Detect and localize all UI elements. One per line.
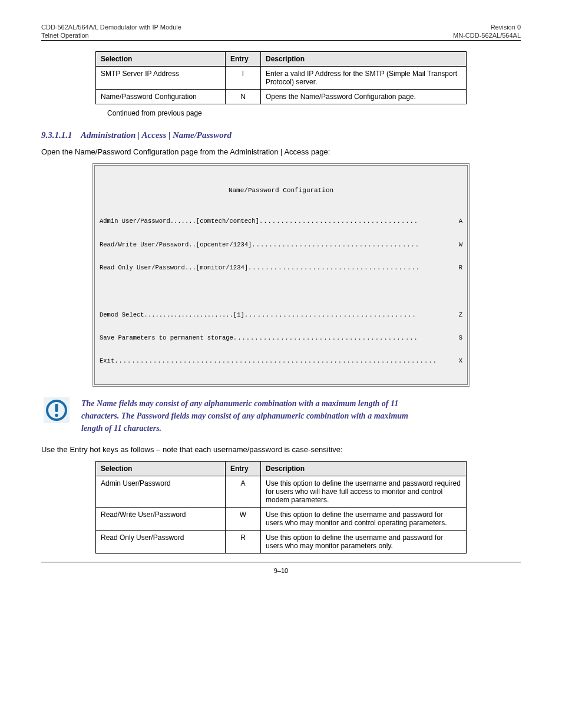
table-name-password: Selection Entry Description Admin User/P… bbox=[95, 461, 467, 554]
table2-intro: Use the Entry hot keys as follows – note… bbox=[41, 445, 521, 454]
cell-description: Use this option to define the username a… bbox=[261, 476, 467, 507]
terminal-line-key: Z bbox=[459, 311, 462, 319]
table-row: Admin User/Password A Use this option to… bbox=[96, 476, 467, 507]
table-row: Read/Write User/Password W Use this opti… bbox=[96, 507, 467, 530]
terminal-line: Save Parameters to permanent storage....… bbox=[100, 334, 462, 342]
terminal-line: Read Only User/Password...[monitor/1234]… bbox=[100, 264, 462, 272]
terminal-line-left: Admin User/Password.......[comtech/comte… bbox=[100, 218, 259, 225]
cell-selection: Admin User/Password bbox=[96, 476, 226, 507]
terminal-line-left: Save Parameters to permanent storage bbox=[100, 334, 233, 342]
cell-description: Use this option to define the username a… bbox=[261, 530, 467, 553]
cell-selection: Read/Write User/Password bbox=[96, 507, 226, 530]
section-intro: Open the Name/Password Configuration pag… bbox=[41, 147, 521, 156]
terminal-line-left: Read/Write User/Password..[opcenter/1234… bbox=[100, 241, 252, 249]
table-row: Read Only User/Password R Use this optio… bbox=[96, 530, 467, 553]
warning-callout: The Name fields may consist of any alpha… bbox=[41, 397, 521, 434]
terminal-line: Exit....................................… bbox=[100, 357, 462, 365]
page-header-row1: CDD-562AL/564A/L Demodulator with IP Mod… bbox=[41, 24, 521, 31]
header-right-line2: MN-CDD-562AL/564AL bbox=[453, 32, 521, 39]
terminal-line-key: A bbox=[459, 218, 462, 225]
page-header-row2: Telnet Operation MN-CDD-562AL/564AL bbox=[41, 32, 521, 39]
terminal-title: Name/Password Configuration bbox=[100, 187, 462, 195]
terminal-line-key: R bbox=[459, 264, 462, 272]
terminal-blank-line bbox=[100, 287, 462, 295]
header-right-line1: Revision 0 bbox=[491, 24, 521, 31]
terminal-screenshot: Name/Password Configuration Admin User/P… bbox=[92, 163, 470, 387]
cell-entry: W bbox=[226, 507, 261, 530]
section-title: Administration | Access | Name/Password bbox=[81, 130, 232, 140]
svg-rect-1 bbox=[55, 404, 58, 412]
col-entry-header: Entry bbox=[226, 461, 261, 476]
terminal-line: Demod Select........................[1].… bbox=[100, 311, 462, 319]
svg-point-2 bbox=[55, 413, 58, 417]
col-selection-header: Selection bbox=[96, 461, 226, 476]
terminal-line-key: W bbox=[459, 241, 462, 249]
cell-entry: I bbox=[226, 67, 261, 90]
table-row: Name/Password Configuration N Opens the … bbox=[96, 90, 467, 104]
col-description-header: Description bbox=[261, 52, 467, 67]
terminal-line-key: X bbox=[459, 357, 462, 365]
cell-entry: N bbox=[226, 90, 261, 104]
table-row: SMTP Server IP Address I Enter a valid I… bbox=[96, 67, 467, 90]
cell-description: Enter a valid IP Address for the SMTP (S… bbox=[261, 67, 467, 90]
header-left-line2: Telnet Operation bbox=[41, 32, 89, 39]
header-left-line1: CDD-562AL/564A/L Demodulator with IP Mod… bbox=[41, 24, 181, 31]
cell-selection: Name/Password Configuration bbox=[96, 90, 226, 104]
footer-divider bbox=[41, 562, 521, 562]
col-selection-header: Selection bbox=[96, 52, 226, 67]
section-heading: 9.3.1.1.1 Administration | Access | Name… bbox=[41, 130, 521, 140]
terminal-line: Read/Write User/Password..[opcenter/1234… bbox=[100, 241, 462, 249]
section-number: 9.3.1.1.1 bbox=[41, 130, 72, 140]
cell-description: Opens the Name/Password Configuration pa… bbox=[261, 90, 467, 104]
terminal-line-key: S bbox=[459, 334, 462, 342]
header-divider bbox=[41, 40, 521, 41]
cell-selection: Read Only User/Password bbox=[96, 530, 226, 553]
cell-description: Use this option to define the username a… bbox=[261, 507, 467, 530]
page-number: 9–10 bbox=[41, 567, 521, 574]
alert-icon bbox=[44, 397, 70, 423]
continued-note: Continued from previous page bbox=[107, 109, 521, 117]
table-access-options: Selection Entry Description SMTP Server … bbox=[95, 51, 467, 104]
table-header-row: Selection Entry Description bbox=[96, 52, 467, 67]
terminal-line-left: Demod Select........................[1] bbox=[100, 311, 244, 319]
terminal-line-left: Exit bbox=[100, 357, 114, 365]
cell-entry: R bbox=[226, 530, 261, 553]
table-header-row: Selection Entry Description bbox=[96, 461, 467, 476]
col-entry-header: Entry bbox=[226, 52, 261, 67]
col-description-header: Description bbox=[261, 461, 467, 476]
terminal-line: Admin User/Password.......[comtech/comte… bbox=[100, 218, 462, 225]
terminal-line-left: Read Only User/Password...[monitor/1234] bbox=[100, 264, 248, 272]
warning-text: The Name fields may consist of any alpha… bbox=[81, 397, 411, 434]
cell-selection: SMTP Server IP Address bbox=[96, 67, 226, 90]
cell-entry: A bbox=[226, 476, 261, 507]
